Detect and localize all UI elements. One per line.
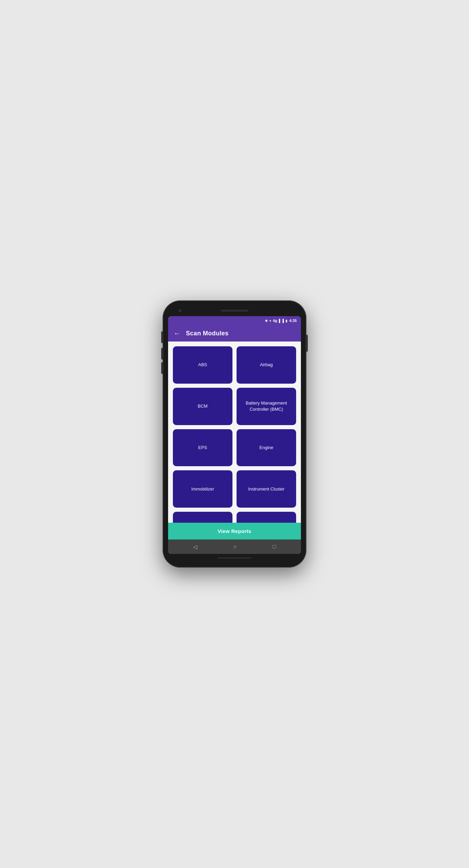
back-nav-icon[interactable]: ◁ (193, 544, 197, 550)
module-label-instrument-cluster: Instrument Cluster (248, 486, 284, 492)
module-label-airbag: Airbag (260, 362, 273, 368)
module-label-immobilizer: Immobilizer (191, 486, 214, 492)
content-area: ABS Airbag BCM Battery Management Contro… (168, 342, 301, 523)
module-label-bmc: Battery Management Controller (BMC) (240, 400, 293, 412)
signal-icon: ▌▐ (279, 319, 284, 323)
module-card-engine[interactable]: Engine (237, 429, 296, 467)
network-label: 4g (273, 319, 277, 323)
battery-icon: ▮ (286, 319, 288, 323)
recents-nav-icon[interactable]: □ (273, 544, 276, 550)
time-label: 4:35 (289, 319, 297, 323)
module-card-abs[interactable]: ABS (173, 346, 232, 384)
module-card-partial-right[interactable] (237, 512, 296, 523)
module-card-eps[interactable]: EPS (173, 429, 232, 467)
partial-row (173, 512, 296, 523)
back-button[interactable]: ← (174, 330, 180, 337)
phone-home-bar (217, 557, 252, 559)
home-nav-icon[interactable]: ○ (233, 544, 237, 550)
module-label-bcm: BCM (198, 403, 208, 409)
module-label-engine: Engine (259, 445, 273, 451)
phone-bottom (168, 554, 301, 562)
view-reports-button[interactable]: View Reports (168, 523, 301, 540)
module-label-eps: EPS (198, 445, 207, 451)
app-bar: ← Scan Modules (168, 325, 301, 342)
module-card-instrument-cluster[interactable]: Instrument Cluster (237, 470, 296, 508)
status-icons: ✱ ▾ 4g ▌▐ ▮ 4:35 (265, 319, 297, 323)
wifi-icon: ▾ (269, 319, 271, 323)
module-card-partial-left[interactable] (173, 512, 232, 523)
module-card-bcm[interactable]: BCM (173, 388, 232, 425)
bluetooth-icon: ✱ (265, 319, 268, 323)
module-card-bmc[interactable]: Battery Management Controller (BMC) (237, 388, 296, 425)
phone-screen: ✱ ▾ 4g ▌▐ ▮ 4:35 ← Scan Modules ABS Airb… (168, 316, 301, 554)
modules-grid: ABS Airbag BCM Battery Management Contro… (173, 346, 296, 508)
status-bar: ✱ ▾ 4g ▌▐ ▮ 4:35 (168, 316, 301, 325)
page-title: Scan Modules (186, 330, 229, 337)
nav-bar: ◁ ○ □ (168, 540, 301, 554)
module-card-immobilizer[interactable]: Immobilizer (173, 470, 232, 508)
phone-speaker (221, 310, 248, 312)
phone-device: ✱ ▾ 4g ▌▐ ▮ 4:35 ← Scan Modules ABS Airb… (163, 300, 306, 568)
module-label-abs: ABS (198, 362, 207, 368)
phone-camera (178, 309, 182, 312)
phone-top-bar (168, 306, 301, 315)
module-card-airbag[interactable]: Airbag (237, 346, 296, 384)
